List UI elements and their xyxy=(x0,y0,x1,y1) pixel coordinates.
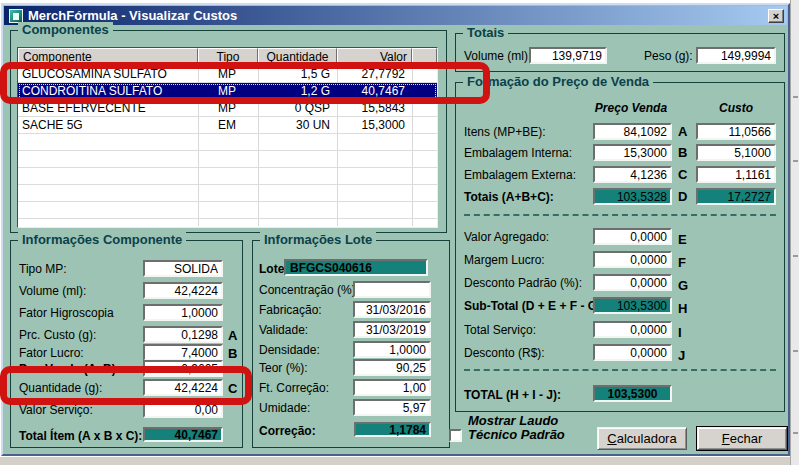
letter-a2: A xyxy=(228,328,237,343)
group-formacao-title: Formação do Preço de Venda xyxy=(463,74,653,89)
letter-g: G xyxy=(678,278,688,293)
tipo-mp-label: Tipo MP: xyxy=(19,262,67,276)
umidade-field[interactable]: 5,97 xyxy=(353,399,431,416)
table-row-empty xyxy=(18,134,437,151)
margem-lucro-field[interactable]: 0,0000 xyxy=(593,251,672,268)
close-icon: × xyxy=(773,10,779,22)
valor-agregado-label: Valor Agregado: xyxy=(464,230,549,244)
mostrar-laudo-label: Mostrar Laudo Técnico Padrão xyxy=(468,414,565,442)
group-info-componente-title: Informações Componente xyxy=(18,232,186,247)
annotation-highlight-selected-row xyxy=(0,62,490,104)
valor-servico-label: Valor Serviço: xyxy=(19,403,93,417)
ft-correcao-field[interactable]: 1,00 xyxy=(353,379,431,396)
cell-quantidade: 30 UN xyxy=(258,118,337,132)
volume-ml-label: Volume (ml): xyxy=(19,284,86,298)
prc-custo-field[interactable]: 0,1298 xyxy=(143,326,223,343)
close-button[interactable]: × xyxy=(768,9,784,23)
background-statusbar xyxy=(0,456,790,465)
totais-abc-preco-field: 103,5328 xyxy=(593,188,672,205)
fabricacao-field[interactable]: 31/03/2016 xyxy=(353,301,431,318)
concentracao-field[interactable] xyxy=(353,281,431,298)
total-servico-field[interactable]: 0,0000 xyxy=(593,321,672,338)
correcao-label: Correção: xyxy=(259,424,316,438)
letter-b: B xyxy=(678,145,687,160)
letter-c: C xyxy=(678,167,687,182)
letter-i: I xyxy=(678,325,682,340)
table-row-empty xyxy=(18,202,437,219)
emb-externa-custo-field[interactable]: 1,1161 xyxy=(696,166,776,183)
total-item-label: Total Ítem (A x B x C): xyxy=(19,429,142,443)
group-info-componente: Informações Componente Tipo MP: SOLIDA V… xyxy=(10,240,243,448)
letter-f: F xyxy=(678,255,686,270)
itens-label: Itens (MP+BE): xyxy=(464,125,546,139)
letter-h: H xyxy=(678,301,687,316)
densidade-label: Densidade: xyxy=(259,343,320,357)
valor-agregado-field[interactable]: 0,0000 xyxy=(593,228,672,245)
total-item-field: 40,7467 xyxy=(143,427,223,442)
tipo-mp-field[interactable]: SOLIDA xyxy=(143,260,223,277)
teor-field[interactable]: 90,25 xyxy=(353,359,431,376)
concentracao-label: Concentração (%): xyxy=(259,283,359,297)
letter-d: D xyxy=(678,189,687,204)
totais-abc-label: Totais (A+B+C): xyxy=(464,190,554,204)
emb-interna-label: Embalagem Interna: xyxy=(464,146,572,160)
peso-field[interactable]: 149,9994 xyxy=(696,47,776,64)
calculadora-button[interactable]: Calculadora xyxy=(597,427,687,450)
lote-field[interactable]: BFGCS040616 xyxy=(284,259,428,276)
group-totais: Totais Volume (ml): 139,9719 Peso (g): 1… xyxy=(455,33,785,72)
desconto-rs-label: Desconto (R$): xyxy=(464,346,545,360)
desconto-rs-field[interactable]: 0,0000 xyxy=(593,344,672,361)
volume-label: Volume (ml): xyxy=(464,49,531,63)
group-totais-title: Totais xyxy=(463,25,508,40)
app-icon xyxy=(9,9,23,23)
fator-higroscopia-field[interactable]: 1,0000 xyxy=(143,304,223,321)
fator-higroscopia-label: Fator Higroscopia xyxy=(19,306,114,320)
peso-label: Peso (g): xyxy=(644,49,693,63)
fechar-button[interactable]: Fechar xyxy=(697,427,787,450)
titlebar: MerchFórmula - Visualizar Custos × xyxy=(4,6,787,25)
group-info-lote-title: Informações Lote xyxy=(260,232,376,247)
validade-label: Validade: xyxy=(259,323,308,337)
itens-custo-field[interactable]: 11,0566 xyxy=(696,123,776,140)
letter-a: A xyxy=(678,124,687,139)
annotation-highlight-quantidade xyxy=(0,366,252,405)
prc-custo-label: Prc. Custo (g): xyxy=(19,328,96,342)
ft-correcao-label: Ft. Correção: xyxy=(259,381,329,395)
cell-componente: SACHE 5G xyxy=(18,118,198,132)
lote-label: Lote xyxy=(259,262,284,276)
volume-ml-field[interactable]: 42,4224 xyxy=(143,282,223,299)
table-row-empty xyxy=(18,151,437,168)
cell-valor: 15,3000 xyxy=(337,118,412,132)
group-formacao-preco-venda: Formação do Preço de Venda Preço Venda C… xyxy=(455,82,785,412)
fator-lucro-field[interactable]: 7,4000 xyxy=(143,344,223,361)
table-row[interactable]: SACHE 5G EM 30 UN 15,3000 xyxy=(18,117,437,134)
fator-lucro-label: Fator Lucro: xyxy=(19,346,84,360)
mostrar-laudo-checkbox[interactable] xyxy=(449,429,462,442)
correcao-field: 1,1784 xyxy=(354,422,431,437)
total-field: 103,5300 xyxy=(593,385,672,402)
dashed-divider xyxy=(464,214,776,216)
sub-total-label: Sub-Total (D + E + F - G): xyxy=(464,299,605,313)
totais-abc-custo-field: 17,2727 xyxy=(696,188,776,205)
itens-preco-field[interactable]: 84,1092 xyxy=(593,123,672,140)
desconto-padrao-field[interactable]: 0,0000 xyxy=(593,274,672,291)
cell-tipo: EM xyxy=(198,118,258,132)
densidade-field[interactable]: 1,0000 xyxy=(353,341,431,358)
table-row-empty xyxy=(18,185,437,202)
emb-interna-custo-field[interactable]: 5,1000 xyxy=(696,144,776,161)
umidade-label: Umidade: xyxy=(259,401,310,415)
col-custo: Custo xyxy=(691,101,781,115)
group-info-lote: Informações Lote Lote BFGCS040616 Concen… xyxy=(252,240,450,448)
emb-externa-preco-field[interactable]: 4,1236 xyxy=(593,166,672,183)
emb-interna-preco-field[interactable]: 15,3000 xyxy=(593,144,672,161)
total-servico-label: Total Serviço: xyxy=(464,323,536,337)
validade-field[interactable]: 31/03/2019 xyxy=(353,321,431,338)
desconto-padrao-label: Desconto Padrão (%): xyxy=(464,276,582,290)
dashed-divider xyxy=(464,369,776,371)
letter-e: E xyxy=(678,232,687,247)
volume-field[interactable]: 139,9719 xyxy=(529,47,607,64)
letter-j: J xyxy=(678,348,685,363)
group-componentes: Componentes Componente Tipo Quantidade V… xyxy=(10,30,447,233)
background-scrollbar xyxy=(790,0,799,465)
table-row-empty xyxy=(18,219,437,228)
